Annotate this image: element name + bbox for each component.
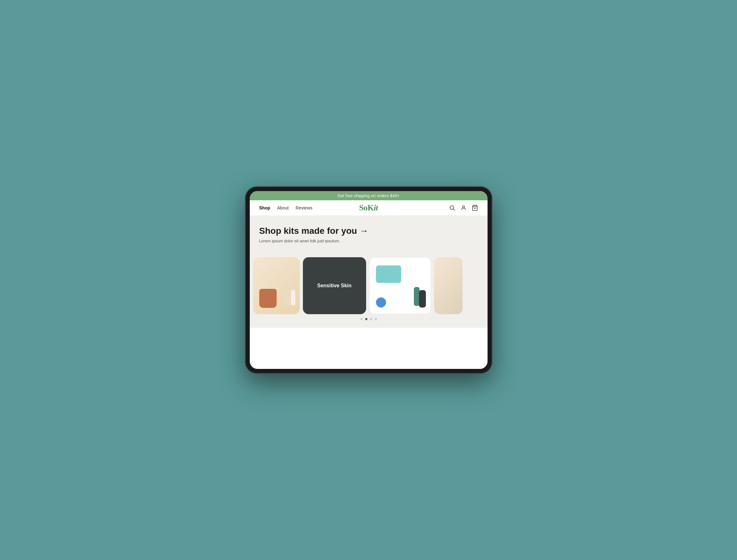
announcement-text: Get free shipping on orders $40+ xyxy=(338,193,399,198)
svg-point-0 xyxy=(450,206,454,209)
carousel-track: Sensitive Skin xyxy=(250,257,487,314)
search-icon[interactable] xyxy=(449,205,455,211)
card3-bottle2-shape xyxy=(419,290,426,308)
hero-section: Shop kits made for you → Lorem ipsum dol… xyxy=(250,216,487,257)
card3-jar-shape xyxy=(376,297,386,308)
card3-box-shape xyxy=(376,265,401,283)
card1-bottle1-shape xyxy=(285,288,290,305)
card2-label: Sensitive Skin xyxy=(303,257,366,314)
header: Shop About Reviews SoKit xyxy=(250,200,487,216)
account-icon[interactable] xyxy=(460,205,467,211)
card1-bottle2-shape xyxy=(291,290,295,305)
nav-left: Shop About Reviews xyxy=(259,205,313,210)
nav-shop[interactable]: Shop xyxy=(259,205,270,210)
svg-line-1 xyxy=(453,209,455,211)
product-card-4[interactable] xyxy=(434,257,462,314)
cart-icon[interactable] xyxy=(472,205,478,211)
card1-decoration xyxy=(253,257,300,314)
product-card-2[interactable]: Sensitive Skin xyxy=(303,257,366,314)
carousel-dots xyxy=(250,314,487,323)
dot-3[interactable] xyxy=(370,318,372,320)
product-carousel: Sensitive Skin xyxy=(250,257,487,328)
dot-1[interactable] xyxy=(361,318,363,320)
hero-subtitle: Lorem ipsum dolor sit amet folk juid ips… xyxy=(259,239,478,243)
tablet-device: Get free shipping on orders $40+ Shop Ab… xyxy=(245,187,492,373)
hero-title: Shop kits made for you → xyxy=(259,226,478,236)
card3-bottle1-shape xyxy=(414,287,419,306)
nav-reviews[interactable]: Reviews xyxy=(296,205,313,210)
nav-about[interactable]: About xyxy=(277,205,289,210)
nav-icons xyxy=(449,205,478,211)
dot-4[interactable] xyxy=(375,318,377,320)
svg-point-2 xyxy=(462,206,464,208)
dot-2[interactable] xyxy=(365,318,368,320)
card1-bag-shape xyxy=(259,289,277,308)
tablet-screen: Get free shipping on orders $40+ Shop Ab… xyxy=(250,191,487,369)
site-logo[interactable]: SoKit xyxy=(359,203,378,213)
product-card-1[interactable] xyxy=(253,257,300,314)
announcement-bar: Get free shipping on orders $40+ xyxy=(250,191,487,200)
product-card-3[interactable] xyxy=(369,257,431,314)
